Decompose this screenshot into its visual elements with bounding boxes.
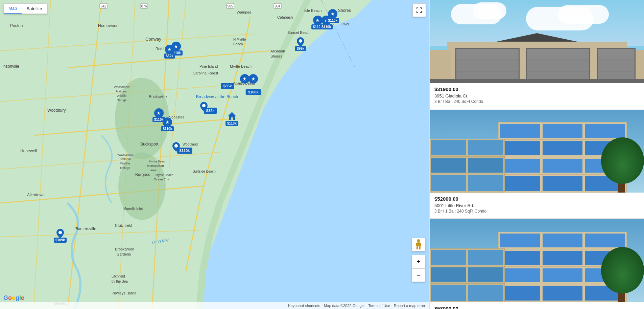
listing-card[interactable]: $31900.00 3951 Gladiola Ct. 3 Br / Ba : … — [430, 0, 644, 109]
svg-text:area: area — [150, 169, 157, 172]
svg-text:National: National — [119, 157, 130, 161]
listing-address: 5001 Little River Rd. — [434, 203, 639, 208]
svg-text:Litchfield: Litchfield — [112, 274, 125, 278]
listing-info: $52000.00 5001 Little River Rd. 3 Br / 1… — [430, 193, 644, 218]
pegman-button[interactable] — [412, 238, 425, 251]
map-marker[interactable]: ★ — [240, 74, 249, 84]
svg-text:Plantersville: Plantersville — [74, 226, 96, 231]
zoom-controls: + − — [412, 255, 425, 282]
keyboard-shortcuts-link[interactable]: Keyboard shortcuts — [288, 304, 320, 308]
svg-text:Myrtle Beach: Myrtle Beach — [149, 160, 167, 163]
map-marker[interactable]: ★ $110k — [161, 117, 174, 131]
svg-text:Ocean City: Ocean City — [154, 178, 169, 181]
svg-point-82 — [299, 39, 302, 43]
satellite-view-button[interactable]: Satellite — [22, 4, 47, 14]
listing-details: 3 Br / 1 Ba : 240 SqFt Condo — [434, 209, 639, 214]
map-marker[interactable]: ★ $52k — [164, 45, 175, 59]
map-footer: Keyboard shortcuts Map data ©2022 Google… — [0, 302, 429, 309]
svg-text:N Litchfield: N Litchfield — [115, 224, 132, 227]
listing-card[interactable]: $52000.00 5001 Little River Rd. 3 Br / 1… — [430, 110, 644, 219]
report-error-link[interactable]: Report a map error — [394, 304, 425, 308]
home-marker-icon — [227, 111, 237, 122]
svg-text:Myrtle Beach: Myrtle Beach — [156, 173, 173, 177]
map-marker[interactable]: $109k — [54, 229, 67, 243]
svg-text:Waccamaw: Waccamaw — [117, 153, 133, 156]
svg-text:Refuge: Refuge — [117, 98, 126, 102]
listing-image — [430, 0, 644, 83]
map-background: Poston nsonville Woodbury Hopewell Allen… — [0, 0, 429, 309]
map-container[interactable]: Poston nsonville Woodbury Hopewell Allen… — [0, 0, 429, 309]
svg-text:Pine Island: Pine Island — [199, 64, 218, 68]
svg-text:Shores: Shores — [270, 54, 282, 58]
svg-text:metropolitan: metropolitan — [147, 164, 164, 168]
svg-text:642: 642 — [101, 4, 106, 8]
svg-text:Myrtle Beach: Myrtle Beach — [230, 64, 252, 68]
svg-text:Wampee: Wampee — [237, 10, 252, 14]
map-marker[interactable]: $110k — [225, 111, 238, 126]
fullscreen-button[interactable] — [412, 3, 426, 17]
svg-text:Bucksville: Bucksville — [149, 94, 167, 99]
listing-price: $58000.00 — [434, 306, 639, 309]
svg-text:Brookgreen: Brookgreen — [115, 247, 134, 251]
svg-rect-87 — [417, 242, 420, 246]
map-marker[interactable]: $100k — [246, 90, 261, 95]
svg-rect-89 — [419, 246, 421, 249]
svg-rect-88 — [416, 246, 418, 249]
svg-text:Surfside Beach: Surfside Beach — [193, 170, 216, 173]
listing-card[interactable]: $58000.00 5001 Little River Rd. 3 Br / 1… — [430, 219, 644, 309]
svg-text:Bucksport: Bucksport — [140, 142, 159, 147]
svg-text:Beach: Beach — [233, 42, 243, 46]
svg-text:Hopewell: Hopewell — [20, 149, 37, 153]
svg-text:Wildlife: Wildlife — [120, 162, 130, 165]
svg-text:Allentown: Allentown — [27, 193, 45, 197]
zoom-out-button[interactable]: − — [412, 268, 425, 282]
svg-text:Gardens: Gardens — [117, 252, 131, 256]
svg-text:Woodland: Woodland — [183, 142, 198, 146]
svg-text:905: 905 — [228, 4, 233, 8]
map-marker[interactable]: $32k — [204, 108, 217, 114]
svg-text:904: 904 — [275, 4, 281, 8]
svg-text:Broadway at the Beach: Broadway at the Beach — [196, 94, 238, 99]
listings-panel: $31900.00 3951 Gladiola Ct. 3 Br / Ba : … — [429, 0, 644, 309]
map-view-button[interactable]: Map — [4, 4, 22, 14]
map-marker[interactable]: $85k — [221, 84, 234, 89]
map-pin-icon — [172, 142, 180, 152]
svg-text:N Myrtle: N Myrtle — [233, 38, 246, 41]
svg-text:Wildlife: Wildlife — [117, 94, 126, 97]
svg-text:Pawleys Island: Pawleys Island — [112, 291, 136, 295]
svg-text:Isle Beach: Isle Beach — [304, 8, 321, 13]
map-marker[interactable]: ★ $110k — [326, 9, 339, 23]
listing-info: $31900.00 3951 Gladiola Ct. 3 Br / Ba : … — [430, 83, 644, 109]
svg-text:Homewood: Homewood — [98, 23, 119, 28]
svg-rect-90 — [416, 243, 418, 246]
svg-point-84 — [174, 144, 178, 148]
map-marker[interactable]: $99k — [295, 37, 306, 51]
listing-image — [430, 219, 644, 302]
svg-text:Conway: Conway — [145, 37, 161, 42]
svg-text:Arcadian: Arcadian — [270, 49, 285, 53]
map-data-link[interactable]: Map data ©2022 Google — [324, 304, 364, 308]
svg-point-85 — [58, 231, 62, 234]
svg-text:National: National — [116, 90, 127, 93]
fullscreen-icon — [416, 7, 422, 13]
svg-text:nsonville: nsonville — [3, 64, 19, 69]
svg-text:Sunset Beach: Sunset Beach — [287, 30, 311, 35]
listing-address: 3951 Gladiola Ct. — [434, 93, 639, 98]
pegman-icon — [415, 239, 422, 250]
zoom-in-button[interactable]: + — [412, 255, 425, 268]
svg-point-83 — [202, 104, 206, 107]
svg-rect-91 — [420, 243, 421, 246]
svg-text:876: 876 — [141, 4, 147, 8]
map-marker[interactable]: ★ — [248, 74, 258, 84]
map-pin-icon — [56, 229, 64, 238]
map-marker[interactable] — [172, 142, 180, 152]
svg-text:Burgess: Burgess — [135, 172, 150, 177]
svg-text:Murrells Inlet: Murrells Inlet — [123, 207, 143, 211]
svg-text:Calabash: Calabash — [277, 15, 293, 19]
terms-of-use-link[interactable]: Terms of Use — [368, 304, 390, 308]
svg-text:Carolina Forest: Carolina Forest — [193, 71, 218, 75]
svg-text:Shores: Shores — [338, 8, 351, 13]
google-logo: Google — [3, 294, 24, 302]
svg-text:Poston: Poston — [10, 23, 23, 28]
svg-text:River: River — [341, 22, 350, 26]
